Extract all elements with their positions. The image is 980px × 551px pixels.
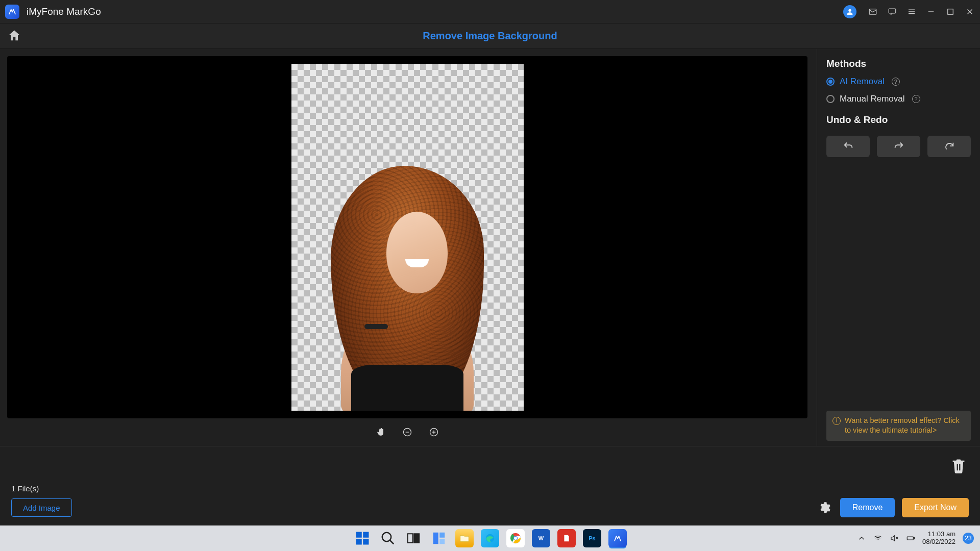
svg-rect-2 (889, 9, 896, 13)
file-count: 1 File(s) (11, 484, 969, 493)
svg-rect-6 (957, 464, 958, 471)
tray-chevron-icon[interactable] (857, 534, 866, 543)
zoom-out-icon[interactable] (401, 426, 413, 438)
taskbar-edge[interactable] (481, 529, 499, 547)
user-account-icon[interactable] (843, 5, 856, 18)
tutorial-banner[interactable]: i Want a better removal effect? Click to… (826, 411, 971, 441)
mail-icon[interactable] (868, 7, 878, 17)
svg-rect-11 (363, 539, 369, 544)
page-title: Remove Image Background (22, 30, 973, 42)
pan-hand-icon[interactable] (375, 426, 387, 438)
close-icon[interactable] (965, 7, 975, 17)
undo-button[interactable] (826, 136, 870, 157)
maximize-icon[interactable] (945, 7, 955, 17)
task-view-icon[interactable] (404, 529, 423, 547)
redo-button[interactable] (877, 136, 920, 157)
taskbar-word[interactable]: W (532, 529, 550, 547)
app-logo-icon (5, 5, 19, 19)
tutorial-text: Want a better removal effect? Click to v… (845, 416, 965, 436)
svg-rect-24 (914, 538, 915, 539)
svg-rect-8 (356, 532, 362, 538)
method-ai-removal[interactable]: AI Removal ? (826, 77, 971, 87)
svg-rect-13 (408, 534, 413, 543)
minimize-icon[interactable] (926, 7, 936, 17)
delete-icon[interactable] (951, 458, 966, 474)
svg-rect-9 (363, 532, 369, 538)
help-icon[interactable]: ? (912, 95, 920, 103)
methods-heading: Methods (826, 58, 971, 69)
notification-badge[interactable]: 23 (963, 533, 974, 544)
image-canvas[interactable] (7, 56, 807, 418)
subheader: Remove Image Background (0, 23, 980, 49)
svg-rect-10 (356, 539, 362, 544)
settings-icon[interactable] (818, 501, 831, 514)
zoom-in-icon[interactable] (428, 426, 440, 438)
titlebar: iMyFone MarkGo (0, 0, 980, 23)
reset-button[interactable] (927, 136, 971, 157)
search-icon[interactable] (379, 529, 397, 547)
undo-heading: Undo & Redo (826, 114, 971, 126)
windows-taskbar: W Ps 11:03 am 08/02/2022 23 (0, 525, 980, 551)
svg-rect-15 (433, 533, 438, 544)
home-icon[interactable] (7, 29, 22, 44)
svg-rect-7 (959, 464, 960, 471)
svg-rect-16 (439, 533, 445, 538)
app-title: iMyFone MarkGo (27, 6, 101, 17)
method-ai-label: AI Removal (840, 77, 885, 87)
taskbar-clock[interactable]: 11:03 am 08/02/2022 (922, 531, 955, 546)
taskbar-file-explorer[interactable] (455, 529, 474, 547)
taskbar-acrobat[interactable] (557, 529, 576, 547)
method-manual-label: Manual Removal (840, 94, 905, 104)
start-icon[interactable] (353, 529, 372, 547)
taskbar-date: 08/02/2022 (922, 538, 955, 546)
footer: 1 File(s) Add Image Remove Export Now (0, 446, 980, 525)
svg-rect-14 (414, 534, 419, 543)
svg-rect-17 (439, 539, 445, 544)
method-manual-removal[interactable]: Manual Removal ? (826, 94, 971, 104)
help-icon[interactable]: ? (892, 78, 900, 86)
taskbar-photoshop[interactable]: Ps (583, 529, 601, 547)
wifi-icon[interactable] (873, 534, 883, 543)
canvas-toolbar (7, 418, 807, 446)
image-preview (291, 64, 524, 411)
taskbar-time: 11:03 am (922, 531, 955, 538)
remove-button[interactable]: Remove (840, 498, 895, 517)
svg-point-12 (382, 533, 391, 542)
feedback-icon[interactable] (887, 7, 897, 17)
svg-rect-1 (869, 9, 876, 14)
battery-icon[interactable] (906, 534, 915, 543)
add-image-button[interactable]: Add Image (11, 498, 72, 517)
taskbar-chrome[interactable] (506, 529, 525, 547)
taskbar-markgo[interactable] (608, 529, 627, 547)
info-icon: i (832, 417, 841, 425)
svg-point-22 (514, 537, 517, 540)
sidebar: Methods AI Removal ? Manual Removal ? Un… (817, 49, 980, 446)
svg-rect-23 (907, 537, 913, 540)
widgets-icon[interactable] (430, 529, 448, 547)
svg-rect-3 (948, 9, 953, 14)
svg-point-0 (848, 9, 851, 11)
volume-muted-icon[interactable] (890, 534, 899, 543)
menu-icon[interactable] (906, 7, 917, 17)
export-button[interactable]: Export Now (902, 498, 969, 517)
